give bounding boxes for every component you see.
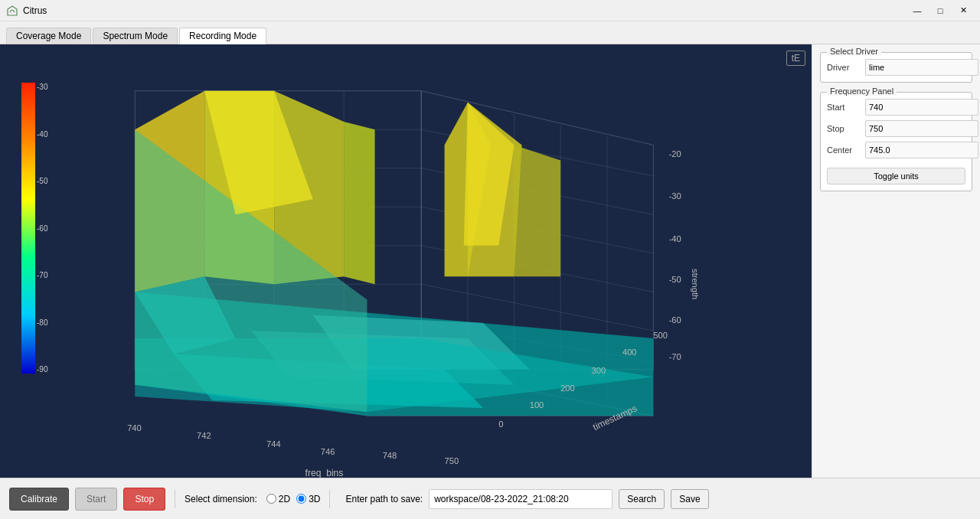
center-label: Center bbox=[827, 145, 865, 155]
bottom-toolbar: Calibrate Start Stop Select dimension: 2… bbox=[0, 478, 980, 519]
dim-2d-item[interactable]: 2D bbox=[266, 494, 290, 504]
svg-text:300: 300 bbox=[592, 366, 606, 375]
driver-row: Driver bbox=[827, 59, 965, 76]
colorscale-label-1: -30 bbox=[37, 83, 47, 91]
stop-input[interactable] bbox=[865, 120, 978, 137]
svg-text:750: 750 bbox=[445, 456, 459, 465]
dim-2d-label: 2D bbox=[279, 494, 290, 504]
chart-area[interactable]: -30 -40 -50 -60 -70 -80 -90 bbox=[0, 44, 812, 478]
svg-text:746: 746 bbox=[321, 447, 335, 456]
colorscale-label-6: -80 bbox=[37, 318, 47, 327]
frequency-section-title: Frequency Panel bbox=[827, 86, 897, 96]
save-button[interactable]: Save bbox=[671, 489, 708, 509]
frequency-section: Frequency Panel Start MHz Stop MHz Cente… bbox=[820, 92, 972, 191]
svg-text:744: 744 bbox=[266, 439, 281, 449]
app-icon bbox=[6, 5, 18, 17]
dim-2d-radio[interactable] bbox=[266, 494, 276, 504]
start-input[interactable] bbox=[865, 99, 978, 116]
colorscale-labels: -30 -40 -50 -60 -70 -80 -90 bbox=[37, 83, 47, 374]
search-button[interactable]: Search bbox=[619, 489, 665, 509]
app-title: Citrus bbox=[23, 5, 47, 16]
svg-rect-0 bbox=[21, 83, 35, 374]
dim-3d-radio[interactable] bbox=[296, 494, 306, 504]
svg-text:-30: -30 bbox=[669, 191, 681, 201]
dimension-label: Select dimension: bbox=[185, 494, 257, 504]
toggle-units-button[interactable]: Toggle units bbox=[827, 168, 965, 184]
close-button[interactable]: ✕ bbox=[952, 3, 974, 18]
main-content: -30 -40 -50 -60 -70 -80 -90 bbox=[0, 44, 980, 478]
svg-text:-60: -60 bbox=[669, 315, 681, 325]
dim-3d-label: 3D bbox=[309, 494, 320, 504]
colorscale-label-5: -70 bbox=[37, 271, 47, 279]
svg-text:748: 748 bbox=[383, 451, 397, 460]
stop-row: Stop MHz bbox=[827, 120, 965, 137]
calibrate-button[interactable]: Calibrate bbox=[9, 488, 69, 511]
colorscale-label-7: -90 bbox=[37, 365, 47, 374]
svg-text:strength: strength bbox=[691, 269, 700, 299]
tab-spectrum[interactable]: Spectrum Mode bbox=[93, 28, 178, 44]
svg-text:-50: -50 bbox=[669, 275, 681, 284]
tab-recording[interactable]: Recording Mode bbox=[179, 28, 266, 44]
svg-text:-20: -20 bbox=[669, 149, 681, 158]
svg-text:742: 742 bbox=[197, 431, 211, 440]
title-bar-left: Citrus bbox=[6, 5, 47, 17]
path-label: Enter path to save: bbox=[345, 494, 423, 504]
start-row: Start MHz bbox=[827, 99, 965, 116]
svg-text:400: 400 bbox=[622, 348, 637, 357]
title-bar-controls: — □ ✕ bbox=[906, 3, 974, 18]
te-button[interactable]: tE bbox=[786, 51, 805, 66]
toolbar-separator bbox=[175, 490, 175, 508]
svg-text:200: 200 bbox=[560, 384, 575, 393]
toolbar-separator-2 bbox=[329, 490, 330, 508]
svg-text:-40: -40 bbox=[669, 234, 681, 243]
maximize-button[interactable]: □ bbox=[929, 3, 951, 18]
svg-marker-29 bbox=[514, 145, 561, 276]
tab-bar: Coverage Mode Spectrum Mode Recording Mo… bbox=[0, 21, 980, 44]
svg-text:-70: -70 bbox=[669, 352, 681, 361]
stop-button[interactable]: Stop bbox=[123, 488, 165, 511]
center-row: Center MHz bbox=[827, 142, 965, 158]
svg-text:0: 0 bbox=[498, 419, 503, 429]
driver-label: Driver bbox=[827, 63, 865, 72]
colorscale-gradient bbox=[21, 83, 35, 374]
3d-chart-svg: -20 -30 -40 -50 -60 -70 strength 740 742… bbox=[0, 44, 812, 478]
tab-coverage[interactable]: Coverage Mode bbox=[6, 28, 91, 44]
colorscale-label-4: -60 bbox=[37, 224, 47, 233]
minimize-button[interactable]: — bbox=[906, 3, 928, 18]
svg-text:freq_bins: freq_bins bbox=[305, 468, 344, 478]
driver-section: Select Driver Driver bbox=[820, 52, 972, 83]
dimension-radio-group: 2D 3D bbox=[266, 494, 321, 504]
center-input[interactable] bbox=[865, 142, 978, 158]
svg-text:740: 740 bbox=[127, 423, 142, 432]
path-input[interactable] bbox=[429, 489, 612, 509]
start-button[interactable]: Start bbox=[75, 488, 117, 511]
colorscale-label-3: -50 bbox=[37, 177, 47, 185]
dim-3d-item[interactable]: 3D bbox=[296, 494, 320, 504]
title-bar: Citrus — □ ✕ bbox=[0, 0, 980, 21]
driver-section-title: Select Driver bbox=[827, 47, 881, 56]
stop-label: Stop bbox=[827, 124, 865, 133]
colorscale-label-2: -40 bbox=[37, 130, 47, 139]
right-panel: Select Driver Driver Frequency Panel Sta… bbox=[812, 44, 980, 478]
driver-input[interactable] bbox=[865, 59, 978, 76]
svg-text:100: 100 bbox=[530, 400, 544, 410]
svg-text:500: 500 bbox=[653, 331, 668, 340]
svg-marker-26 bbox=[344, 122, 374, 284]
colorscale-bar bbox=[21, 83, 35, 374]
start-label: Start bbox=[827, 103, 865, 112]
